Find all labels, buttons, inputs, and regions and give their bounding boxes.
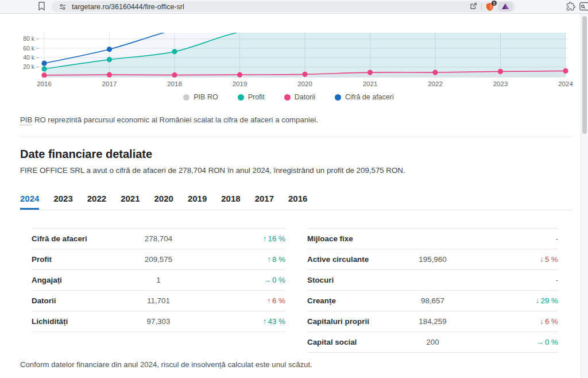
metric-change: ↑8 % xyxy=(201,255,285,264)
vertical-scrollbar[interactable] xyxy=(581,13,588,378)
legend-item[interactable]: PIB RO xyxy=(183,93,218,101)
metric-change: - xyxy=(474,276,558,284)
legend-dot-icon xyxy=(335,94,341,101)
metric-label: Lichidități xyxy=(32,317,116,326)
arrow-down-icon: ↓ xyxy=(536,296,540,305)
metric-change: ↑43 % xyxy=(201,317,285,326)
legend-item[interactable]: Cifră de afaceri xyxy=(335,93,394,101)
x-axis-label: 2019 xyxy=(227,80,253,87)
x-axis-label: 2020 xyxy=(292,80,318,87)
table-row: Datorii 11,701 ↑6 % xyxy=(32,291,285,311)
table-row: Mijloace fixe - xyxy=(307,229,558,249)
metric-change: - xyxy=(474,234,558,243)
metric-value: 195,960 xyxy=(391,255,475,264)
legend-dot-icon xyxy=(238,94,244,101)
url-text: targetare.ro/36160444/fire-office-srl xyxy=(72,3,470,11)
page: targetare.ro/36160444/fire-office-srl 1 xyxy=(0,0,588,378)
change-percent: 6 % xyxy=(272,296,285,305)
metric-label: Angajați xyxy=(32,276,116,284)
tab-2023[interactable]: 2023 xyxy=(53,194,72,210)
table-row: Capitaluri proprii 184,259 ↓6 % xyxy=(307,311,558,332)
metric-change: ↓29 % xyxy=(474,296,558,305)
change-percent: 8 % xyxy=(272,255,285,264)
metric-label: Datorii xyxy=(32,296,116,305)
chart-note: PIB RO reprezintă parcursul economic al … xyxy=(20,115,318,124)
change-percent: 16 % xyxy=(268,234,285,243)
chart-legend: PIB RO Profit Datorii Cifră de afaceri xyxy=(0,93,577,101)
metric-label: Mijloace fixe xyxy=(307,234,391,243)
table-row: Capital social 200 →0 % xyxy=(307,332,558,353)
financial-tables: Cifră de afaceri 278,704 ↑16 % Profit 20… xyxy=(32,228,558,353)
metric-value: 1 xyxy=(116,276,200,284)
metric-label: Active circulante xyxy=(307,255,391,264)
arrow-up-icon: ↑ xyxy=(267,255,271,264)
tab-2019[interactable]: 2019 xyxy=(188,194,207,210)
x-axis-label: 2024 xyxy=(553,80,578,87)
arrow-up-icon: ↑ xyxy=(263,234,267,243)
arrow-down-icon: ↓ xyxy=(540,255,544,264)
table-row: Creanțe 98,657 ↓29 % xyxy=(307,291,558,311)
table-row: Lichidități 97,303 ↑43 % xyxy=(32,311,285,332)
tab-2018[interactable]: 2018 xyxy=(221,194,240,210)
metric-label: Capitaluri proprii xyxy=(307,317,391,326)
metric-value: 11,701 xyxy=(116,296,200,305)
legend-dot-icon xyxy=(284,94,291,101)
shield-icon[interactable]: 1 xyxy=(486,2,494,11)
table-row: Stocuri - xyxy=(307,270,558,291)
share-icon[interactable] xyxy=(470,2,477,12)
arrow-right-icon: → xyxy=(536,338,544,346)
section-divider xyxy=(20,137,572,137)
insolvency-note: Conform datelor financiare din anul 2024… xyxy=(20,360,312,369)
metric-value: 209,575 xyxy=(116,255,200,264)
browser-toolbar: targetare.ro/36160444/fire-office-srl 1 xyxy=(0,0,588,14)
shield-badge: 1 xyxy=(492,1,497,6)
x-axis-label: 2022 xyxy=(423,80,448,87)
site-permissions-icon[interactable] xyxy=(59,3,66,10)
tab-2022[interactable]: 2022 xyxy=(87,194,106,210)
no-data-dash: - xyxy=(556,234,558,243)
metric-value: 98,657 xyxy=(391,296,475,305)
metric-change: ↑16 % xyxy=(201,234,285,243)
financial-chart-svg: 20 k40 k60 k80 k xyxy=(0,33,577,78)
metric-label: Profit xyxy=(32,255,116,264)
arrow-down-icon: ↓ xyxy=(540,317,544,326)
metric-label: Cifră de afaceri xyxy=(32,234,116,243)
metric-change: ↓5 % xyxy=(474,255,558,264)
svg-text:80 k: 80 k xyxy=(23,35,35,42)
table-row: Profit 209,575 ↑8 % xyxy=(32,249,285,270)
tab-2016[interactable]: 2016 xyxy=(288,194,307,210)
pib-abbr: PIB xyxy=(20,115,32,125)
scrollbar-thumb[interactable] xyxy=(582,16,587,134)
metric-change: ↓6 % xyxy=(474,317,558,326)
triangle-extension-icon xyxy=(501,2,509,12)
metric-change: ↑6 % xyxy=(201,296,285,305)
chart-x-axis: 201620172018201920202021202220232024 xyxy=(0,80,577,88)
metric-value: 200 xyxy=(391,338,475,346)
address-bar[interactable]: targetare.ro/36160444/fire-office-srl 1 xyxy=(52,1,516,12)
x-axis-label: 2021 xyxy=(358,80,383,87)
section-title: Date financiare detaliate xyxy=(20,148,152,161)
tab-2021[interactable]: 2021 xyxy=(121,194,140,210)
financial-history-chart[interactable]: 20 k40 k60 k80 k xyxy=(0,33,577,78)
svg-text:20 k: 20 k xyxy=(23,63,35,70)
metric-label: Capital social xyxy=(307,338,391,346)
no-data-dash: - xyxy=(556,276,558,284)
legend-item[interactable]: Datorii xyxy=(284,93,315,101)
extensions-puzzle-icon[interactable] xyxy=(566,2,575,13)
svg-text:60 k: 60 k xyxy=(23,45,35,52)
sidebar-panel-icon[interactable] xyxy=(579,2,588,13)
x-axis-label: 2016 xyxy=(32,80,57,87)
tab-2020[interactable]: 2020 xyxy=(154,194,173,210)
extension-button[interactable] xyxy=(498,2,513,11)
tab-2017[interactable]: 2017 xyxy=(255,194,274,210)
change-percent: 0 % xyxy=(272,276,285,284)
change-percent: 5 % xyxy=(545,255,558,264)
section-subtitle: FIRE OFFICE SRL a avut o cifră de afacer… xyxy=(20,166,405,175)
metric-label: Creanțe xyxy=(307,296,391,305)
svg-text:40 k: 40 k xyxy=(23,54,35,61)
legend-dot-icon xyxy=(183,94,189,101)
tab-2024[interactable]: 2024 xyxy=(20,194,39,210)
bookmark-icon[interactable] xyxy=(38,2,45,13)
financial-table-left: Cifră de afaceri 278,704 ↑16 % Profit 20… xyxy=(32,228,285,353)
legend-item[interactable]: Profit xyxy=(238,93,265,101)
